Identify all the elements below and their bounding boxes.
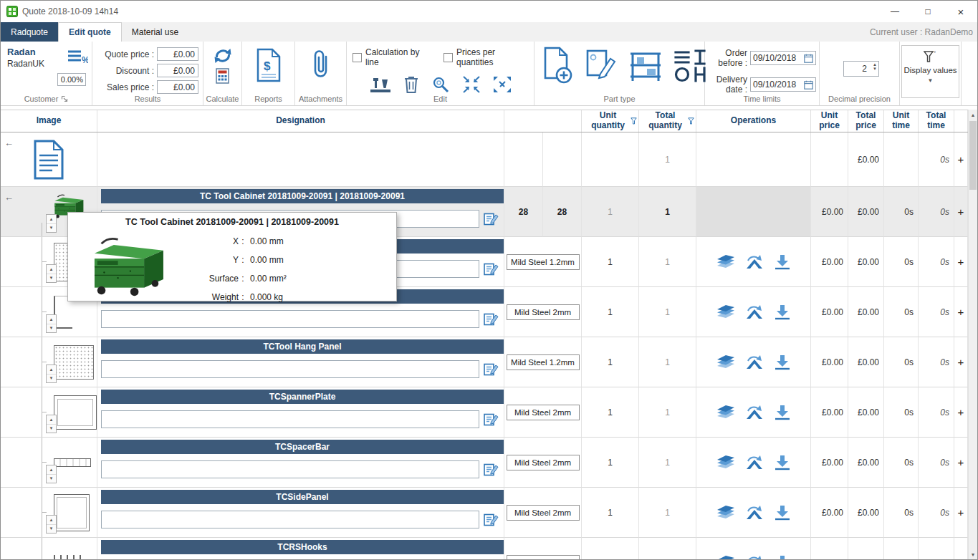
operation-punch-icon[interactable] [716,454,735,471]
expand-all-button[interactable] [493,76,512,93]
add-row-button[interactable]: + [954,237,968,287]
operation-download-icon[interactable] [774,354,791,371]
quantity-stepper[interactable]: ▲ ▼ [46,415,57,433]
collapse-arrow-icon[interactable]: ← [4,192,14,203]
stepper-down-icon[interactable]: ▼ [47,224,56,233]
quote-price-field[interactable]: £0.00 [157,47,198,61]
part-row[interactable]: ▲ ▼ TCSpacerBar Mild Steel 2 [1,438,968,488]
part-name-bar[interactable]: TCSidePanel [101,490,504,504]
operation-punch-icon[interactable] [716,254,735,271]
maximize-button[interactable]: □ [911,1,944,22]
filter-icon[interactable] [688,117,694,125]
checkbox-calculation-by-line[interactable]: Calculation by line [353,47,432,67]
operation-download-icon[interactable] [774,454,791,471]
operation-download-icon[interactable] [774,254,791,271]
edit-note-icon[interactable] [483,362,499,377]
add-profile-button[interactable] [673,47,707,84]
stepper-up-icon[interactable]: ▲ [47,365,56,375]
part-thumbnail[interactable] [54,395,97,430]
calendar-icon[interactable] [804,54,813,63]
discount-field[interactable]: £0.00 [157,64,198,77]
operation-fold-icon[interactable] [745,454,764,471]
part-name-bar[interactable]: TCTool Hang Panel [101,339,504,354]
edit-note-icon[interactable] [483,412,499,428]
material-label[interactable]: Mild Steel 2mm [507,405,580,420]
stepper-down-icon[interactable]: ▼ [47,375,56,383]
part-note-input[interactable] [101,511,479,528]
part-row[interactable]: ▲ ▼ TCSidePanel Mild Steel 2 [1,488,968,538]
operation-punch-icon[interactable] [716,554,735,560]
machine-tools-button[interactable] [370,75,391,94]
part-row[interactable]: ▲ ▼ TCTool Hang Panel Mild S [1,337,968,387]
decimal-precision-input[interactable]: 2 ▲ ▼ [843,61,879,77]
add-row-button[interactable]: + [954,438,968,488]
vertical-scrollbar[interactable]: ▲ ▼ [968,110,977,559]
zoom-settings-button[interactable] [431,75,450,94]
scrollbar-thumb[interactable] [969,121,977,190]
operation-punch-icon[interactable] [716,404,735,421]
stepper-up-icon[interactable]: ▲ [47,215,56,224]
add-row-button[interactable]: + [954,488,968,538]
operation-fold-icon[interactable] [745,354,764,371]
quantity-stepper[interactable]: ▲ ▼ [46,515,57,534]
close-button[interactable]: × [944,1,977,22]
material-label[interactable]: Mild Steel 2mm [507,505,580,521]
operation-download-icon[interactable] [774,304,791,321]
calendar-icon[interactable] [804,80,813,90]
quantity-stepper[interactable]: ▲ ▼ [46,465,57,483]
scroll-down-icon[interactable]: ▼ [969,549,977,559]
part-thumbnail[interactable] [54,494,90,531]
display-values-button[interactable]: ° Display values ▼ [901,45,959,98]
quote-root-row[interactable]: ← 1 £0.00 0 [1,132,968,187]
edit-note-icon[interactable] [483,211,499,227]
order-before-date-field[interactable]: 09/10/2018 [750,51,816,65]
quantity-stepper[interactable]: ▲ ▼ [46,264,57,283]
operation-download-icon[interactable] [774,504,791,521]
stepper-down-icon[interactable]: ▼ [47,475,56,483]
operation-fold-icon[interactable] [745,254,764,271]
add-row-button[interactable]: + [954,132,968,187]
tab-radquote[interactable]: Radquote [1,22,58,42]
minimize-button[interactable]: — [878,1,911,22]
sales-price-field[interactable]: £0.00 [157,80,198,94]
add-part-button[interactable] [540,47,575,84]
add-row-button[interactable]: + [954,187,968,237]
part-name-bar[interactable]: TCSpannerPlate [101,390,504,404]
part-note-input[interactable] [101,460,479,478]
add-row-button[interactable]: + [954,337,968,387]
dialog-launcher-icon[interactable] [61,95,68,102]
part-thumbnail[interactable] [54,458,91,467]
operation-punch-icon[interactable] [716,304,735,321]
spin-down-icon[interactable]: ▼ [873,67,877,71]
add-row-button[interactable]: + [954,387,968,438]
quantity-stepper[interactable]: ▲ ▼ [46,214,57,233]
delivery-date-field[interactable]: 09/10/2018 [750,77,816,92]
add-assembly-button[interactable] [628,47,663,84]
tab-material-use[interactable]: Material use [122,22,188,42]
stepper-up-icon[interactable]: ▲ [47,516,56,525]
quantity-stepper[interactable]: ▲ ▼ [46,365,57,383]
stepper-down-icon[interactable]: ▼ [47,324,56,333]
filter-icon[interactable] [631,117,637,125]
operation-fold-icon[interactable] [745,404,764,421]
assembly-name-bar[interactable]: TC Tool Cabinet 20181009-20091 | 2018100… [101,189,504,203]
part-name-bar[interactable]: TCRSHooks [101,540,504,554]
part-name-bar[interactable]: TCSpacerBar [101,440,504,454]
material-label[interactable]: Mild Steel 2mm [507,455,580,470]
stepper-up-icon[interactable]: ▲ [47,465,56,475]
edit-note-icon[interactable] [483,312,499,327]
scroll-up-icon[interactable]: ▲ [969,110,977,120]
stepper-up-icon[interactable]: ▲ [47,315,56,324]
operation-fold-icon[interactable] [745,504,764,521]
material-label[interactable]: Mild Steel 1.2mm [507,254,580,270]
operation-download-icon[interactable] [774,554,791,560]
edit-note-icon[interactable] [483,512,499,528]
edit-part-button[interactable] [584,47,618,84]
customer-discount-field[interactable]: 0.00% [57,73,86,86]
stepper-down-icon[interactable]: ▼ [47,525,56,534]
stepper-up-icon[interactable]: ▲ [47,265,56,274]
part-note-input[interactable] [101,310,479,328]
operation-fold-icon[interactable] [745,554,764,560]
operation-fold-icon[interactable] [745,304,764,321]
operation-punch-icon[interactable] [716,354,735,371]
